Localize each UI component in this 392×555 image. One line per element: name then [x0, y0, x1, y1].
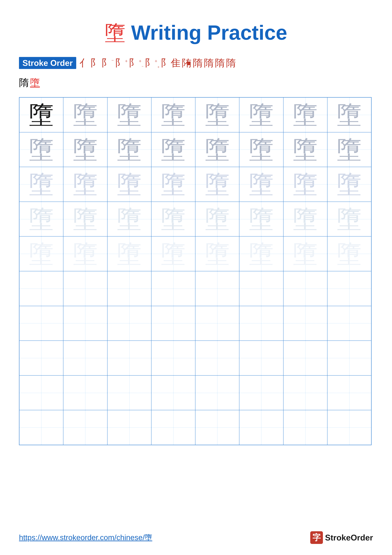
- grid-cell-r8c3[interactable]: [107, 341, 151, 375]
- grid-cell-r5c5[interactable]: 墮: [195, 236, 239, 271]
- grid-cell-r1c1[interactable]: 墮: [19, 97, 63, 132]
- grid-cell-r6c2[interactable]: [63, 271, 107, 306]
- grid-cell-r5c6[interactable]: 墮: [239, 236, 283, 271]
- grid-cell-r7c3[interactable]: [107, 306, 151, 341]
- grid-cell-r10c1[interactable]: [19, 410, 63, 445]
- grid-cell-r6c4[interactable]: [151, 271, 195, 306]
- grid-cell-r8c5[interactable]: [195, 341, 239, 375]
- grid-cell-r2c3[interactable]: 墮: [107, 132, 151, 167]
- grid-cell-r8c2[interactable]: [63, 341, 107, 375]
- grid-cell-r1c8[interactable]: 墮: [327, 97, 371, 132]
- grid-cell-r9c7[interactable]: [283, 375, 327, 410]
- grid-cell-r2c8[interactable]: 墮: [327, 132, 371, 167]
- grid-cell-r8c7[interactable]: [283, 341, 327, 375]
- grid-cell-r7c6[interactable]: [239, 306, 283, 341]
- grid-cell-r1c6[interactable]: 墮: [239, 97, 283, 132]
- grid-cell-r10c8[interactable]: [327, 410, 371, 445]
- grid-cell-r9c1[interactable]: [19, 375, 63, 410]
- grid-cell-r1c4[interactable]: 墮: [151, 97, 195, 132]
- char-r4c3: 墮: [117, 207, 142, 231]
- grid-cell-r10c5[interactable]: [195, 410, 239, 445]
- grid-cell-r7c8[interactable]: [327, 306, 371, 341]
- char-r5c4: 墮: [161, 241, 185, 266]
- grid-cell-r8c8[interactable]: [327, 341, 371, 375]
- grid-cell-r9c6[interactable]: [239, 375, 283, 410]
- grid-cell-r4c3[interactable]: 墮: [107, 202, 151, 236]
- grid-cell-r2c2[interactable]: 墮: [63, 132, 107, 167]
- grid-cell-r10c6[interactable]: [239, 410, 283, 445]
- grid-cell-r1c2[interactable]: 墮: [63, 97, 107, 132]
- grid-cell-r5c3[interactable]: 墮: [107, 236, 151, 271]
- char-r1c1: 墮: [29, 102, 54, 127]
- grid-cell-r6c6[interactable]: [239, 271, 283, 306]
- char-r1c4: 墮: [161, 102, 185, 127]
- char-r2c1: 墮: [29, 137, 54, 162]
- grid-cell-r3c7[interactable]: 墮: [283, 167, 327, 202]
- grid-cell-r6c8[interactable]: [327, 271, 371, 306]
- grid-cell-r1c3[interactable]: 墮: [107, 97, 151, 132]
- grid-cell-r6c1[interactable]: [19, 271, 63, 306]
- char-r4c4: 墮: [161, 207, 185, 231]
- grid-cell-r4c2[interactable]: 墮: [63, 202, 107, 236]
- grid-cell-r10c2[interactable]: [63, 410, 107, 445]
- grid-cell-r5c7[interactable]: 墮: [283, 236, 327, 271]
- grid-cell-r2c6[interactable]: 墮: [239, 132, 283, 167]
- grid-cell-r7c2[interactable]: [63, 306, 107, 341]
- grid-cell-r7c4[interactable]: [151, 306, 195, 341]
- grid-cell-r7c7[interactable]: [283, 306, 327, 341]
- grid-cell-r4c7[interactable]: 墮: [283, 202, 327, 236]
- stroke-step-2: 阝: [90, 56, 100, 70]
- grid-cell-r6c7[interactable]: [283, 271, 327, 306]
- grid-cell-r4c1[interactable]: 墮: [19, 202, 63, 236]
- grid-cell-r4c8[interactable]: 墮: [327, 202, 371, 236]
- grid-cell-r7c1[interactable]: [19, 306, 63, 341]
- grid-cell-r2c4[interactable]: 墮: [151, 132, 195, 167]
- char-r3c1: 墮: [29, 172, 54, 197]
- grid-cell-r4c5[interactable]: 墮: [195, 202, 239, 236]
- grid-cell-r8c4[interactable]: [151, 341, 195, 375]
- grid-cell-r8c6[interactable]: [239, 341, 283, 375]
- grid-cell-r3c1[interactable]: 墮: [19, 167, 63, 202]
- grid-cell-r7c5[interactable]: [195, 306, 239, 341]
- grid-cell-r8c1[interactable]: [19, 341, 63, 375]
- practice-grid: 墮 墮 墮 墮 墮 墮 墮 墮 墮 墮 墮 墮 墮 墮 墮 墮 墮 墮 墮 墮 …: [19, 97, 372, 445]
- grid-cell-r9c5[interactable]: [195, 375, 239, 410]
- char-r3c5: 墮: [205, 172, 230, 197]
- grid-cell-r2c1[interactable]: 墮: [19, 132, 63, 167]
- grid-cell-r6c3[interactable]: [107, 271, 151, 306]
- grid-cell-r10c3[interactable]: [107, 410, 151, 445]
- grid-cell-r9c4[interactable]: [151, 375, 195, 410]
- char-r2c8: 墮: [337, 137, 362, 162]
- grid-cell-r1c5[interactable]: 墮: [195, 97, 239, 132]
- grid-cell-r2c7[interactable]: 墮: [283, 132, 327, 167]
- grid-cell-r5c8[interactable]: 墮: [327, 236, 371, 271]
- grid-cell-r5c2[interactable]: 墮: [63, 236, 107, 271]
- grid-cell-r4c4[interactable]: 墮: [151, 202, 195, 236]
- grid-cell-r9c8[interactable]: [327, 375, 371, 410]
- grid-cell-r9c2[interactable]: [63, 375, 107, 410]
- grid-cell-r4c6[interactable]: 墮: [239, 202, 283, 236]
- grid-cell-r5c1[interactable]: 墮: [19, 236, 63, 271]
- grid-cell-r3c5[interactable]: 墮: [195, 167, 239, 202]
- char-r4c2: 墮: [73, 207, 98, 231]
- grid-cell-r2c5[interactable]: 墮: [195, 132, 239, 167]
- grid-cell-r1c7[interactable]: 墮: [283, 97, 327, 132]
- grid-cell-r5c4[interactable]: 墮: [151, 236, 195, 271]
- char-r3c3: 墮: [117, 172, 142, 197]
- char-r3c6: 墮: [249, 172, 274, 197]
- grid-cell-r3c4[interactable]: 墮: [151, 167, 195, 202]
- stroke-order-row2: 隋 墮: [19, 76, 373, 89]
- char-r2c6: 墮: [249, 137, 274, 162]
- footer-logo-icon: 字: [310, 531, 323, 544]
- grid-cell-r10c7[interactable]: [283, 410, 327, 445]
- char-r1c2: 墮: [73, 102, 98, 127]
- grid-cell-r10c4[interactable]: [151, 410, 195, 445]
- grid-cell-r3c6[interactable]: 墮: [239, 167, 283, 202]
- grid-cell-r9c3[interactable]: [107, 375, 151, 410]
- stroke-step-6: 阝++: [145, 56, 160, 70]
- grid-cell-r3c3[interactable]: 墮: [107, 167, 151, 202]
- grid-cell-r6c5[interactable]: [195, 271, 239, 306]
- footer-url[interactable]: https://www.strokeorder.com/chinese/墮: [19, 533, 152, 543]
- grid-cell-r3c8[interactable]: 墮: [327, 167, 371, 202]
- grid-cell-r3c2[interactable]: 墮: [63, 167, 107, 202]
